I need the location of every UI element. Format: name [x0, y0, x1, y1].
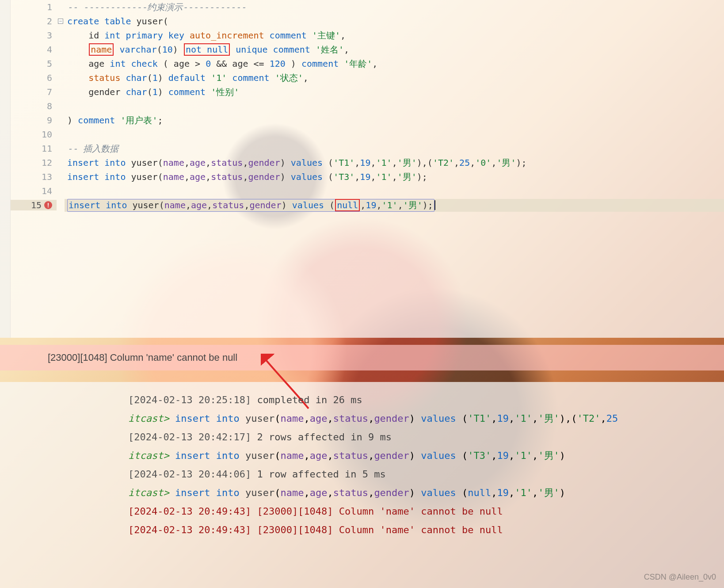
- line-number: 14: [11, 186, 57, 196]
- annotation-box-name: name: [89, 43, 114, 56]
- code-text[interactable]: create table yuser(: [65, 16, 724, 27]
- fold-toggle[interactable]: [57, 19, 65, 24]
- watermark: CSDN @Aileen_0v0: [644, 573, 716, 582]
- code-text[interactable]: insert into yuser(name,age,status,gender…: [65, 157, 724, 169]
- code-text[interactable]: id int primary key auto_increment commen…: [65, 30, 724, 42]
- console-line-error: [2024-02-13 20:49:43] [23000][1048] Colu…: [128, 502, 724, 521]
- code-text[interactable]: insert into yuser(name,age,status,gender…: [65, 199, 724, 212]
- code-text[interactable]: ) comment '用户表';: [65, 115, 724, 126]
- code-line[interactable]: 6 status char(1) default '1' comment '状态…: [11, 71, 724, 85]
- error-message: [23000][1048] Column 'name' cannot be nu…: [48, 352, 237, 363]
- line-number: 8: [11, 101, 57, 111]
- code-line[interactable]: 4 name varchar(10) not null unique comme…: [11, 42, 724, 57]
- code-line[interactable]: 7 gender char(1) comment '性别': [11, 85, 724, 99]
- code-line[interactable]: 3 id int primary key auto_increment comm…: [11, 28, 724, 42]
- code-text[interactable]: -- ------------约束演示------------: [65, 1, 724, 13]
- console-line: itcast> insert into yuser(name,age,statu…: [128, 484, 724, 502]
- root: 1 -- ------------约束演示------------ 2 crea…: [0, 0, 724, 588]
- code-text[interactable]: age int check ( age > 0 && age <= 120 ) …: [65, 58, 724, 70]
- line-number: 6: [11, 73, 57, 83]
- statement-highlight: insert into yuser(name,age,status,gender…: [67, 199, 434, 212]
- code-line[interactable]: 12 insert into yuser(name,age,status,gen…: [11, 156, 724, 170]
- console-line: [2024-02-13 20:42:17] 2 rows affected in…: [128, 428, 724, 447]
- console-line: itcast> insert into yuser(name,age,statu…: [128, 447, 724, 465]
- code-text[interactable]: insert into yuser(name,age,status,gender…: [65, 171, 724, 183]
- error-gutter-icon[interactable]: !: [44, 201, 52, 209]
- code-editor[interactable]: 1 -- ------------约束演示------------ 2 crea…: [0, 0, 724, 338]
- line-number: 11: [11, 143, 57, 154]
- code-line[interactable]: 14: [11, 184, 724, 198]
- code-line[interactable]: 11 -- 插入数据: [11, 141, 724, 156]
- code-line[interactable]: 2 create table yuser(: [11, 14, 724, 28]
- fold-minus-icon: [58, 19, 63, 24]
- code-line[interactable]: 13 insert into yuser(name,age,status,gen…: [11, 170, 724, 184]
- code-text[interactable]: -- 插入数据: [65, 143, 724, 155]
- code-line-active[interactable]: 15! insert into yuser(name,age,status,ge…: [11, 198, 724, 212]
- annotation-box-notnull: not null: [184, 43, 230, 56]
- code-line[interactable]: 9 ) comment '用户表';: [11, 113, 724, 127]
- editor-side-strip: [0, 0, 11, 338]
- code-line[interactable]: 5 age int check ( age > 0 && age <= 120 …: [11, 57, 724, 71]
- line-number: 4: [11, 44, 57, 55]
- line-number: 7: [11, 87, 57, 97]
- code-line[interactable]: 8: [11, 99, 724, 113]
- code-text[interactable]: gender char(1) comment '性别': [65, 86, 724, 98]
- line-number: 13: [11, 172, 57, 182]
- annotation-box-null: null: [335, 199, 360, 211]
- console-line: itcast> insert into yuser(name,age,statu…: [128, 409, 724, 428]
- line-number: 9: [11, 115, 57, 126]
- text-cursor: [434, 200, 435, 210]
- code-line[interactable]: 1 -- ------------约束演示------------: [11, 0, 724, 14]
- editor-body: 1 -- ------------约束演示------------ 2 crea…: [11, 0, 724, 338]
- line-number: 1: [11, 2, 57, 12]
- line-number: 15!: [11, 200, 57, 210]
- line-number: 12: [11, 157, 57, 168]
- error-banner[interactable]: [23000][1048] Column 'name' cannot be nu…: [0, 345, 724, 370]
- console-output[interactable]: [2024-02-13 20:25:18] completed in 26 ms…: [128, 391, 724, 539]
- line-number: 2: [11, 16, 57, 27]
- line-number: 5: [11, 58, 57, 69]
- code-text[interactable]: status char(1) default '1' comment '状态',: [65, 72, 724, 84]
- console-line: [2024-02-13 20:44:06] 1 row affected in …: [128, 465, 724, 484]
- code-line[interactable]: 10: [11, 127, 724, 141]
- console-line-error: [2024-02-13 20:49:43] [23000][1048] Colu…: [128, 521, 724, 539]
- line-number: 10: [11, 129, 57, 140]
- code-text[interactable]: name varchar(10) not null unique comment…: [65, 44, 724, 56]
- console-line: [2024-02-13 20:25:18] completed in 26 ms: [128, 391, 724, 409]
- line-number: 3: [11, 30, 57, 41]
